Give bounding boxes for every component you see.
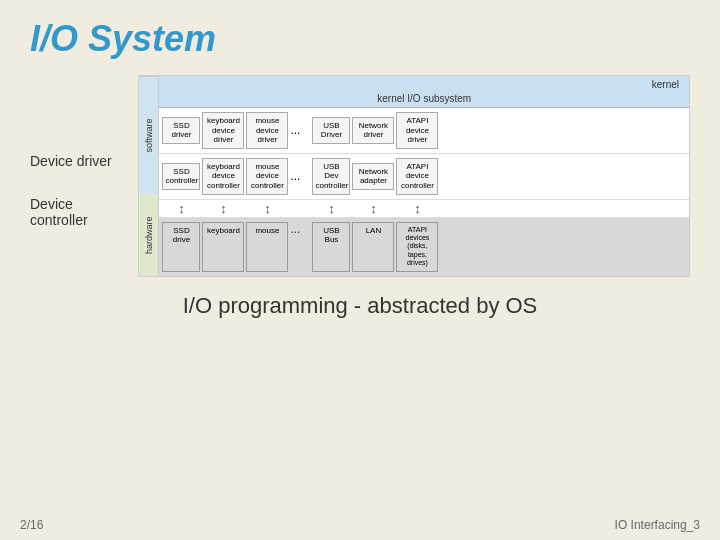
dots-controller: ...	[290, 169, 310, 183]
ssd-controller-cell: SSD controller	[162, 163, 200, 190]
atapi-driver-cell: ATAPI device driver	[396, 112, 438, 149]
driver-row: SSD driver keyboard device driver mouse …	[159, 108, 689, 154]
dots-driver: ...	[290, 123, 310, 137]
keyboard-hw-cell: keyboard	[202, 222, 244, 272]
device-driver-label: Device driver	[30, 135, 130, 187]
usb-controller-cell: USB Dev controller	[312, 158, 350, 195]
keyboard-driver-cell: keyboard device driver	[202, 112, 244, 149]
device-controller-label: Device controller	[30, 187, 130, 237]
mouse-controller-cell: mouse device controller	[246, 158, 288, 195]
section-label: IO Interfacing_3	[615, 518, 700, 532]
usb-bus-cell: USB Bus	[312, 222, 350, 272]
dots-hw: ...	[290, 222, 310, 272]
mouse-hw-cell: mouse	[246, 222, 288, 272]
hardware-label: hardware	[139, 194, 158, 276]
network-adapter-cell: Network adapter	[352, 163, 394, 190]
hardware-row: SSD drive keyboard mouse ... USB Bus LAN…	[159, 218, 689, 276]
network-driver-cell: Network driver	[352, 117, 394, 144]
page-number: 2/16	[20, 518, 43, 532]
lan-cell: LAN	[352, 222, 394, 272]
keyboard-controller-cell: keyboard device controller	[202, 158, 244, 195]
mouse-driver-cell: mouse device driver	[246, 112, 288, 149]
arrows-row: ↕ ↕ ↕ ↕ ↕ ↕	[159, 200, 689, 218]
ssd-driver-cell: SSD driver	[162, 117, 200, 144]
kernel-io-label: kernel I/O subsystem	[159, 91, 689, 108]
software-label: software	[139, 76, 158, 194]
footer: 2/16 IO Interfacing_3	[0, 518, 720, 532]
ssd-drive-cell: SSD drive	[162, 222, 200, 272]
usb-driver-cell: USB Driver	[312, 117, 350, 144]
subtitle: I/O programming - abstracted by OS	[0, 293, 720, 319]
controller-row: SSD controller keyboard device controlle…	[159, 154, 689, 200]
atapi-devices-cell: ATAPI devices (disks, tapes, drives)	[396, 222, 438, 272]
kernel-label: kernel	[159, 76, 689, 91]
atapi-controller-cell: ATAPI device controller	[396, 158, 438, 195]
io-diagram: software hardware kernel kernel I/O subs…	[138, 75, 690, 277]
page-title: I/O System	[0, 0, 720, 70]
